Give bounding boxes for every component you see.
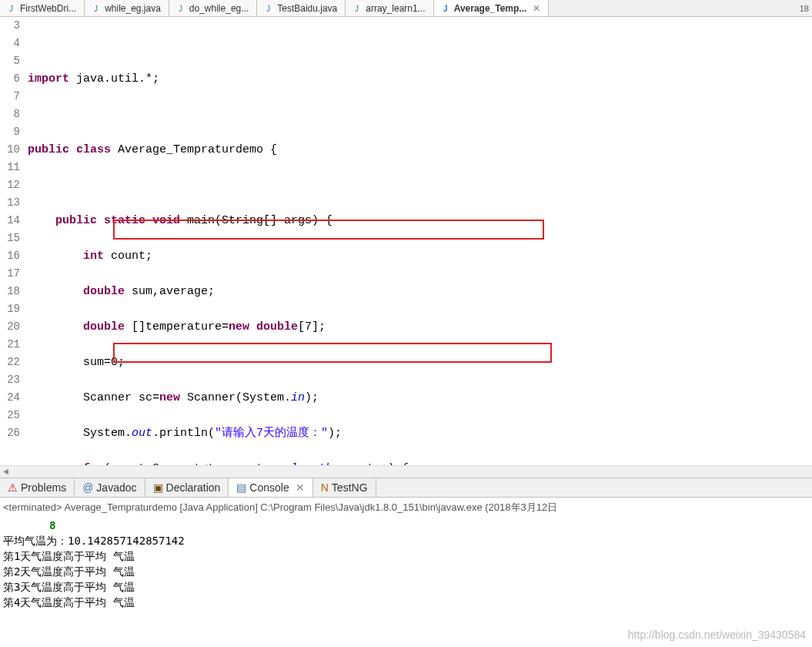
java-file-icon: J — [177, 4, 186, 13]
svg-text:J: J — [355, 5, 359, 13]
console-status: <terminated> Average_Tempraturdemo [Java… — [3, 499, 809, 518]
close-icon[interactable]: ✕ — [296, 481, 305, 494]
declaration-icon: ▣ — [153, 481, 163, 494]
code-editor[interactable]: 3 4 5 6 7 8 9 10 11 12 13 14 15 16 17 18… — [0, 17, 812, 465]
console-input: 8 — [3, 518, 809, 533]
tab-label: array_learn1... — [366, 3, 425, 14]
svg-text:J: J — [179, 5, 182, 13]
console-icon: ▤ — [236, 481, 246, 494]
tab-label: TestBaidu.java — [277, 3, 337, 14]
console-panel: <terminated> Average_Tempraturdemo [Java… — [0, 498, 812, 612]
close-icon[interactable]: ✕ — [533, 3, 540, 14]
problems-icon: ⚠ — [8, 481, 18, 494]
editor-tabs-bar: J FirstWebDri... J while_eg.java J do_wh… — [0, 0, 812, 17]
java-file-icon: J — [8, 4, 17, 13]
java-file-icon: J — [442, 4, 451, 13]
line-number-gutter: 3 4 5 6 7 8 9 10 11 12 13 14 15 16 17 18… — [0, 17, 25, 465]
tab-testng[interactable]: N TestNG — [313, 478, 376, 497]
tab-label: do_while_eg... — [189, 3, 249, 14]
java-file-icon: J — [92, 4, 102, 13]
svg-text:J: J — [443, 5, 448, 13]
tab-declaration[interactable]: ▣ Declaration — [145, 478, 229, 497]
svg-text:J: J — [94, 5, 98, 13]
tab-label: FirstWebDri... — [20, 3, 76, 14]
tab-console[interactable]: ▤ Console ✕ — [229, 478, 312, 497]
tab-problems[interactable]: ⚠ Problems — [0, 478, 75, 497]
tab-while-eg[interactable]: J while_eg.java — [85, 0, 169, 16]
svg-text:J: J — [266, 5, 270, 13]
tab-firstwebdri[interactable]: J FirstWebDri... — [0, 0, 85, 16]
tab-array-learn[interactable]: J array_learn1... — [346, 0, 433, 16]
code-content[interactable]: import java.util.*; public class Average… — [25, 17, 812, 465]
bottom-view-tabs: ⚠ Problems @ Javadoc ▣ Declaration ▤ Con… — [0, 478, 812, 498]
tab-average-temp[interactable]: J Average_Temp... ✕ — [434, 0, 550, 16]
console-output: 平均气温为：10.142857142857142 第1天气温度高于平均 气温 第… — [3, 533, 809, 610]
tab-javadoc[interactable]: @ Javadoc — [75, 478, 145, 497]
horizontal-scrollbar[interactable]: ◄ — [0, 465, 812, 478]
javadoc-icon: @ — [82, 481, 93, 494]
tab-label: while_eg.java — [105, 3, 161, 14]
overflow-count: 18 — [800, 4, 809, 13]
java-file-icon: J — [353, 4, 363, 13]
watermark: http://blog.csdn.net/weixin_39430584 — [628, 629, 806, 641]
tab-testbaidu[interactable]: J TestBaidu.java — [257, 0, 346, 16]
testng-icon: N — [321, 481, 329, 494]
java-file-icon: J — [265, 4, 274, 13]
scroll-left-icon[interactable]: ◄ — [3, 467, 8, 478]
tabs-overflow[interactable]: 18 — [797, 4, 812, 13]
svg-text:J: J — [9, 5, 13, 13]
tab-do-while-eg[interactable]: J do_while_eg... — [169, 0, 257, 16]
tab-label: Average_Temp... — [454, 3, 527, 14]
